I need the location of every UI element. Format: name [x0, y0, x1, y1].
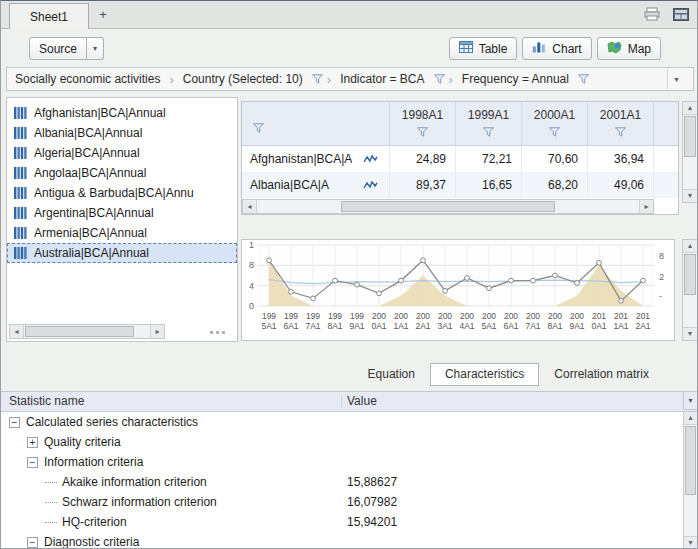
- breadcrumb-item[interactable]: Indicator = BCA: [340, 72, 424, 86]
- statistic-name-header: Statistic name: [9, 392, 84, 411]
- scroll-right-icon[interactable]: ▸: [150, 325, 164, 338]
- statistic-row[interactable]: HQ-criterion15,94201: [1, 512, 698, 532]
- series-item[interactable]: Australia|BCA|Annual: [7, 243, 237, 263]
- series-hscrollbar[interactable]: ◂ ▸: [9, 324, 165, 339]
- statistic-row[interactable]: Akaike information criterion15,88627: [1, 472, 698, 492]
- statistic-row[interactable]: +Quality criteria: [1, 432, 698, 452]
- bar-chart-icon: [532, 41, 546, 56]
- svg-text:200: 200: [482, 311, 496, 321]
- svg-text:201: 201: [592, 311, 606, 321]
- source-button[interactable]: Source: [29, 37, 87, 60]
- series-label: Afghanistan|BCA|Annual: [34, 106, 166, 120]
- filter-icon[interactable]: [312, 74, 323, 84]
- tab-characteristics[interactable]: Characteristics: [430, 363, 539, 386]
- scroll-left-icon[interactable]: ◂: [243, 200, 257, 213]
- series-item[interactable]: Albania|BCA|Annual: [7, 123, 237, 143]
- table-cell[interactable]: 49,06: [588, 172, 654, 198]
- column-filter-icon[interactable]: [483, 127, 494, 137]
- scroll-track[interactable]: [683, 115, 697, 189]
- series-item[interactable]: Algeria|BCA|Annual: [7, 143, 237, 163]
- statistic-row[interactable]: −Information criteria: [1, 452, 698, 472]
- table-view-button[interactable]: Table: [449, 37, 518, 60]
- scroll-up-icon[interactable]: ▴: [683, 102, 697, 115]
- table-column-header[interactable]: 2000A1: [522, 102, 588, 145]
- tab-sheet1[interactable]: Sheet1: [9, 3, 89, 29]
- table-cell[interactable]: 16,65: [456, 172, 522, 198]
- column-filter-icon[interactable]: [417, 127, 428, 137]
- table-cell[interactable]: 24,89: [390, 146, 456, 172]
- collapse-icon[interactable]: −: [27, 537, 38, 548]
- breadcrumb-item[interactable]: Frequency = Annual: [462, 72, 569, 86]
- scroll-up-icon[interactable]: ▴: [684, 412, 697, 425]
- scroll-left-icon[interactable]: ◂: [10, 325, 24, 338]
- table-cell[interactable]: 70,60: [522, 146, 588, 172]
- scroll-thumb[interactable]: [25, 326, 133, 337]
- layout-icon[interactable]: [671, 6, 691, 23]
- series-item[interactable]: Armenia|BCA|Annual: [7, 223, 237, 243]
- table-row[interactable]: Albania|BCA|A89,3716,6568,2049,06: [242, 172, 678, 198]
- column-filter-icon[interactable]: [549, 127, 560, 137]
- tab-equation[interactable]: Equation: [353, 363, 430, 386]
- expand-icon[interactable]: +: [27, 437, 38, 448]
- scroll-down-icon[interactable]: ▾: [684, 536, 697, 549]
- table-column-header[interactable]: 1998A1: [390, 102, 456, 145]
- table-cell[interactable]: 68,20: [522, 172, 588, 198]
- scroll-track[interactable]: [683, 253, 697, 327]
- scroll-track[interactable]: [684, 425, 697, 536]
- svg-text:1: 1: [249, 240, 254, 250]
- table-hscrollbar[interactable]: ◂ ▸: [242, 199, 654, 214]
- column-filter-icon[interactable]: [615, 127, 626, 137]
- statistic-row[interactable]: −Calculated series characteristics: [1, 412, 698, 432]
- scroll-thumb[interactable]: [684, 254, 696, 295]
- scroll-thumb[interactable]: [685, 426, 696, 495]
- table-vscrollbar[interactable]: ▴ ▾: [682, 101, 698, 203]
- scroll-thumb[interactable]: [684, 116, 696, 157]
- series-label: Algeria|BCA|Annual: [34, 146, 140, 160]
- table-cell[interactable]: 89,37: [390, 172, 456, 198]
- svg-text:200: 200: [394, 311, 408, 321]
- scroll-thumb[interactable]: [341, 201, 555, 212]
- breadcrumb-dropdown-icon[interactable]: ▾: [667, 69, 685, 89]
- source-split-button: Source ▾: [29, 37, 104, 60]
- series-item[interactable]: Afghanistan|BCA|Annual: [7, 103, 237, 123]
- chart-vscrollbar[interactable]: ▴ ▾: [682, 239, 698, 341]
- scroll-down-icon[interactable]: ▾: [683, 189, 697, 202]
- collapse-icon[interactable]: −: [27, 457, 38, 468]
- filter-icon[interactable]: [578, 74, 589, 84]
- table-column-header[interactable]: 2001A1: [588, 102, 654, 145]
- printer-icon[interactable]: [642, 5, 662, 23]
- collapse-icon[interactable]: −: [9, 417, 20, 428]
- table-column-header[interactable]: 1999A1: [456, 102, 522, 145]
- new-tab-button[interactable]: +: [93, 7, 113, 24]
- row-filter-icon[interactable]: [253, 123, 264, 133]
- svg-text:8: 8: [249, 260, 254, 270]
- map-button-label: Map: [628, 42, 651, 56]
- statistic-row[interactable]: Schwarz information criterion16,07982: [1, 492, 698, 512]
- series-label: Albania|BCA|Annual: [34, 126, 142, 140]
- svg-text:1A1: 1A1: [613, 321, 628, 331]
- window-icons: [642, 5, 691, 23]
- resize-grip[interactable]: [210, 331, 225, 334]
- statistic-row[interactable]: −Diagnostic criteria: [1, 532, 698, 549]
- series-item[interactable]: Antigua & Barbuda|BCA|Annu: [7, 183, 237, 203]
- breadcrumb-item[interactable]: Country (Selected: 10): [183, 72, 303, 86]
- stats-vscrollbar[interactable]: ▴ ▾: [683, 411, 698, 549]
- table-row[interactable]: Afghanistan|BCA|A24,8972,2170,6036,94: [242, 146, 678, 172]
- series-item[interactable]: Argentina|BCA|Annual: [7, 203, 237, 223]
- source-dropdown-button[interactable]: ▾: [87, 37, 104, 60]
- svg-text:8A1: 8A1: [547, 321, 562, 331]
- series-item[interactable]: Angolaa|BCA|Annual: [7, 163, 237, 183]
- table-cell[interactable]: 36,94: [588, 146, 654, 172]
- stats-header-dropdown-icon[interactable]: ▾: [683, 391, 698, 410]
- filter-icon[interactable]: [434, 74, 445, 84]
- map-view-button[interactable]: Map: [597, 37, 661, 60]
- table-cell[interactable]: 72,21: [456, 146, 522, 172]
- scroll-track[interactable]: [257, 200, 639, 213]
- scroll-track[interactable]: [24, 325, 150, 338]
- scroll-down-icon[interactable]: ▾: [683, 327, 697, 340]
- scroll-right-icon[interactable]: ▸: [639, 200, 653, 213]
- breadcrumb-item[interactable]: Socially economic activities: [15, 72, 160, 86]
- tab-correlation-matrix[interactable]: Correlation matrix: [539, 363, 664, 386]
- chart-view-button[interactable]: Chart: [522, 37, 591, 60]
- scroll-up-icon[interactable]: ▴: [683, 240, 697, 253]
